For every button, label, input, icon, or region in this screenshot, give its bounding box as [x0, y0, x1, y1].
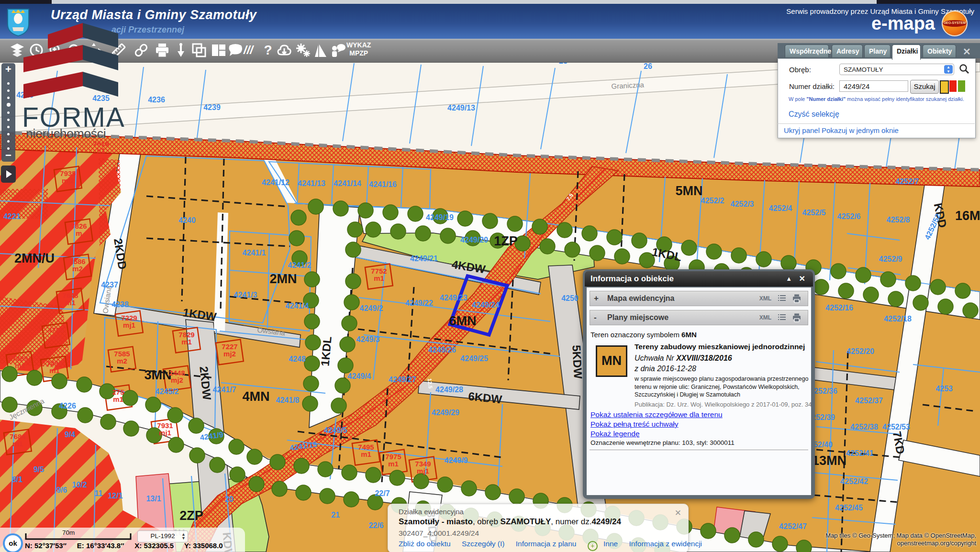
geo-system-logo: GEO-SYSTEM: [942, 11, 968, 36]
svg-text:m1: m1: [374, 274, 384, 282]
crs-select[interactable]: PL-1992▲▼: [137, 530, 188, 542]
svg-text:4252/9: 4252/9: [879, 255, 902, 263]
svg-text:4248: 4248: [289, 355, 306, 363]
close-icon[interactable]: ✕: [675, 508, 681, 518]
search-icon[interactable]: [959, 64, 969, 74]
prism-icon[interactable]: [312, 42, 329, 59]
link-zbliz[interactable]: Zbliż do obiektu: [399, 540, 451, 548]
copy-icon[interactable]: [190, 42, 208, 59]
clear-selection-link[interactable]: Czyść selekcję: [789, 110, 839, 119]
coordinates: N: 52°37′53″E: 16°33′43.8″X: 532305.5Y: …: [25, 541, 223, 550]
svg-text:12/1: 12/1: [108, 492, 122, 500]
svg-text:4241/3: 4241/3: [234, 291, 257, 299]
svg-text:4252/16: 4252/16: [825, 304, 853, 312]
link-szczegoly[interactable]: Szczegóły (I): [462, 540, 505, 548]
section-plany-miejscowe[interactable]: -Plany miejscowe XML: [590, 310, 808, 325]
cloud-download-icon[interactable]: [276, 42, 293, 59]
play-icon: [6, 170, 12, 178]
settings-icon[interactable]: [294, 42, 312, 59]
layout-icon[interactable]: [210, 42, 227, 59]
xml-icon[interactable]: XML: [759, 310, 771, 325]
panel-close-icon[interactable]: ✕: [963, 46, 971, 57]
link-informacja-ewid[interactable]: Informacja z ewidencji: [629, 540, 702, 548]
zoom-levels[interactable]: [1, 77, 15, 150]
print-icon[interactable]: [154, 42, 171, 59]
stepper-icon[interactable]: ▲▼: [944, 65, 953, 74]
svg-text:4241/4: 4241/4: [286, 302, 309, 310]
svg-text:4249/4: 4249/4: [348, 372, 371, 380]
header: Urząd Miasta i Gminy Szamotuły acji Prze…: [0, 4, 980, 39]
legend-green: [958, 80, 965, 92]
print-icon[interactable]: [791, 312, 802, 323]
chat-icon[interactable]: [227, 42, 244, 59]
person-chat-icon[interactable]: [329, 42, 346, 59]
svg-text:4241/13: 4241/13: [298, 179, 325, 188]
section-mapa-ewidencyjna[interactable]: +Mapa ewidencyjna XML: [590, 291, 808, 306]
oznaczenie: Oznaczenie wewnętrzne planu: 103, styl: …: [590, 439, 735, 446]
wykaz-mpzp-button[interactable]: WYKAZ MPZP: [346, 41, 371, 57]
svg-text:4252/42: 4252/42: [840, 477, 868, 486]
feature-id: 302407_4.0001.4249/24: [399, 529, 479, 538]
svg-text:4MN: 4MN: [242, 389, 269, 404]
list-icon[interactable]: [777, 294, 787, 303]
svg-text:4249/19: 4249/19: [426, 213, 454, 221]
plus-circle-icon[interactable]: +: [588, 541, 598, 551]
link-icon[interactable]: [133, 42, 150, 59]
svg-text:4249/25: 4249/25: [460, 354, 488, 363]
sidebar-expand-button[interactable]: [1, 166, 16, 183]
svg-text:mj1: mj1: [123, 321, 135, 329]
tab-dzialki[interactable]: Działki: [892, 44, 921, 60]
publikacja: Publikacja: Dz. Urz. Woj. Wielkopolskieg…: [635, 401, 811, 408]
help-icon[interactable]: ?: [262, 42, 274, 59]
svg-text:5MN: 5MN: [675, 184, 702, 198]
numer-row: Numer działki: 4249/24 Szukaj: [789, 82, 835, 90]
szukaj-button[interactable]: Szukaj: [910, 80, 939, 94]
svg-text:Graniczna: Graniczna: [611, 80, 645, 90]
tab-wspolrzedne[interactable]: Współrzędne: [785, 44, 829, 57]
link-tresc[interactable]: Pokaż pełną treść uchwały: [590, 420, 679, 429]
zoom-out-button[interactable]: −: [1, 149, 15, 162]
link-ustalenia[interactable]: Pokaż ustalenia szczegółowe dla terenu: [590, 410, 723, 419]
panel-divider: [778, 123, 975, 124]
legend-red: [949, 80, 957, 92]
svg-text:4249/27: 4249/27: [389, 375, 416, 384]
scale-label: 70m: [62, 529, 75, 536]
svg-text:mj1: mj1: [417, 467, 429, 475]
feature-kind: Działka ewidencyjna: [399, 508, 464, 516]
single-window-link[interactable]: Pokazuj w jednym oknie: [822, 126, 899, 134]
link-informacja-plan[interactable]: Informacja z planu: [516, 540, 577, 548]
tab-obiekty[interactable]: Obiekty: [923, 44, 956, 57]
tab-adresy[interactable]: Adresy: [832, 44, 863, 57]
zoom-in-button[interactable]: +: [1, 63, 15, 76]
xml-icon[interactable]: XML: [759, 291, 771, 306]
ok-button[interactable]: ok: [3, 533, 23, 552]
measure-icon[interactable]: ///: [244, 42, 261, 59]
map-attribution: Map tiles © Geo-System; Map data © OpenS…: [825, 532, 976, 547]
svg-text:4249/13: 4249/13: [447, 104, 475, 112]
svg-text:21: 21: [331, 511, 340, 519]
close-icon[interactable]: ✕: [799, 271, 805, 287]
zoom-slider[interactable]: + −: [1, 63, 15, 162]
top-strip: [0, 0, 980, 4]
pin-download-icon[interactable]: [172, 42, 189, 59]
svg-text:13MN: 13MN: [812, 453, 846, 468]
collapse-icon[interactable]: ▲: [786, 271, 792, 287]
svg-text:9/4: 9/4: [65, 431, 75, 439]
numer-input[interactable]: 4249/24: [839, 80, 908, 92]
link-inne[interactable]: Inne: [603, 540, 618, 548]
svg-text:4236: 4236: [148, 96, 165, 104]
print-icon[interactable]: [791, 293, 802, 304]
hide-panel-link[interactable]: Ukryj panel: [784, 126, 820, 134]
tab-plany[interactable]: Plany: [864, 44, 891, 57]
link-legenda[interactable]: Pokaż legendę: [590, 430, 640, 438]
svg-text:4249/2: 4249/2: [360, 304, 383, 312]
obreb-select[interactable]: SZAMOTUŁY▲▼: [839, 64, 954, 75]
list-icon[interactable]: [777, 313, 787, 322]
svg-text:4252/2: 4252/2: [701, 197, 724, 205]
svg-text:4252/41: 4252/41: [846, 449, 874, 457]
svg-text:4252/37: 4252/37: [855, 397, 883, 405]
forma-watermark: FORMA nieruchomości: [0, 4, 124, 143]
info-window-titlebar[interactable]: Informacja o obiekcie ▲ ✕: [585, 271, 813, 287]
svg-text:4226: 4226: [59, 402, 76, 410]
svg-text:4238: 4238: [111, 300, 129, 309]
